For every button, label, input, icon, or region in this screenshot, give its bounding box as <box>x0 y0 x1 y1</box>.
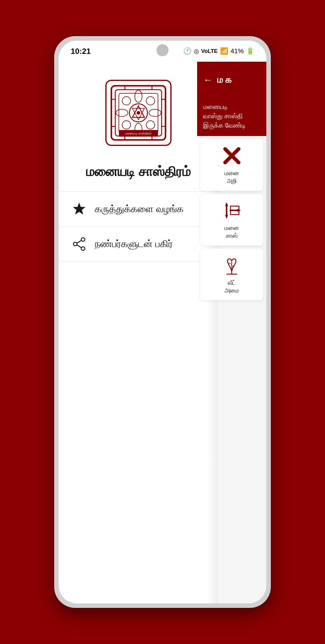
app-title: மனையடி சாஸ்திரம் <box>59 164 218 179</box>
ruler-icon <box>221 145 242 166</box>
drawer-subtitle-line3: இருக்க வேண்டி <box>203 121 260 130</box>
svg-point-10 <box>144 119 156 131</box>
svg-point-7 <box>120 95 132 107</box>
drawer-card-1-label: மனை அறி <box>224 169 239 185</box>
clock-icon: 🕐 <box>183 47 191 55</box>
drawer-card-2-label: மனை சாஸ் <box>224 224 239 240</box>
menu-item-review[interactable]: கருத்துக்களை வழங்க <box>59 192 218 227</box>
status-time: 10:21 <box>71 47 91 56</box>
app-content: மனையடி சாஸ்திரம் <box>59 62 266 603</box>
svg-point-5 <box>116 109 128 116</box>
dimension-icon <box>221 200 242 221</box>
network-icon: VoLTE <box>201 48 218 54</box>
logo-section: மனையடி சாஸ்திரம் <box>59 62 218 161</box>
svg-text:மனையடி சாஸ்திரம்: மனையடி சாஸ்திரம் <box>125 132 152 135</box>
svg-point-3 <box>135 90 142 102</box>
right-drawer: ← ம க மனையடி வாஸ்து சாஸ்தி இருக்க வேண்டி <box>197 62 266 603</box>
star-icon <box>71 201 87 217</box>
svg-line-43 <box>229 263 232 265</box>
svg-point-9 <box>120 119 132 131</box>
battery-text: 41% <box>231 47 244 55</box>
svg-point-6 <box>149 109 161 116</box>
battery-icon: 🔋 <box>246 47 254 55</box>
drawer-subtitle-section: மனையடி வாஸ்து சாஸ்தி இருக்க வேண்டி <box>197 98 266 136</box>
svg-line-29 <box>77 240 81 243</box>
svg-marker-25 <box>73 203 85 215</box>
location-icon: ◎ <box>194 48 199 55</box>
app-logo: மனையடி சாஸ்திரம் <box>105 80 172 146</box>
phone-outer: 10:21 🕐 ◎ VoLTE 📶 41% 🔋 <box>54 36 271 608</box>
menu-label-review: கருத்துக்களை வழங்க <box>95 203 184 215</box>
plant-home-icon <box>221 255 242 276</box>
drawer-card-3[interactable]: வீட் அமை <box>200 249 263 300</box>
share-icon <box>71 236 87 252</box>
status-bar: 10:21 🕐 ◎ VoLTE 📶 41% 🔋 <box>59 41 266 62</box>
svg-line-30 <box>77 245 81 248</box>
back-button[interactable]: ← <box>203 74 213 85</box>
menu-item-share[interactable]: நண்பர்களுடன் பகிர் <box>59 227 218 262</box>
svg-point-28 <box>81 247 85 250</box>
svg-point-14 <box>137 111 140 115</box>
drawer-subtitle-line1: மனையடி <box>203 102 260 112</box>
drawer-header: ← ம க <box>197 62 266 98</box>
drawer-header-title: ம க <box>217 75 232 85</box>
svg-marker-36 <box>225 215 228 219</box>
svg-point-27 <box>73 242 77 246</box>
svg-point-8 <box>144 95 156 107</box>
phone-inner: 10:21 🕐 ◎ VoLTE 📶 41% 🔋 <box>59 41 266 603</box>
drawer-card-3-label: வீட் அமை <box>224 279 239 294</box>
drawer-card-2[interactable]: மனை சாஸ் <box>200 194 263 246</box>
svg-point-26 <box>81 238 85 241</box>
menu-list: கருத்துக்களை வழங்க நண்பர <box>59 191 218 262</box>
drawer-subtitle-line2: வாஸ்து சாஸ்தி <box>203 112 260 121</box>
main-panel: மனையடி சாஸ்திரம் <box>59 62 218 603</box>
status-icons: 🕐 ◎ VoLTE 📶 41% 🔋 <box>183 47 254 55</box>
drawer-cards: மனை அறி <box>197 139 266 300</box>
menu-label-share: நண்பர்களுடன் பகிர் <box>95 238 173 249</box>
camera-notch <box>156 44 169 56</box>
drawer-card-1[interactable]: மனை அறி <box>200 139 263 191</box>
svg-marker-35 <box>225 202 228 206</box>
signal-icon: 📶 <box>220 47 228 55</box>
